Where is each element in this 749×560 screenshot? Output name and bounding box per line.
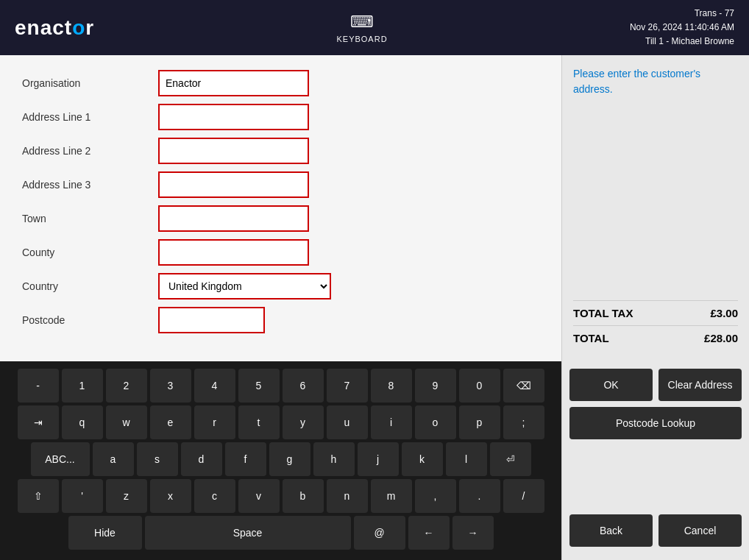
main-area: Organisation Address Line 1 Address Line… [0, 55, 749, 361]
key-3[interactable]: 3 [150, 369, 191, 403]
total-value: £28.00 [704, 332, 738, 344]
country-label: Country [22, 280, 158, 292]
key-1[interactable]: 1 [62, 369, 103, 403]
key-apostrophe[interactable]: ' [62, 479, 103, 513]
postcode-label: Postcode [22, 314, 158, 326]
key-7[interactable]: 7 [327, 369, 368, 403]
address2-input[interactable] [158, 138, 309, 164]
address1-input[interactable] [158, 104, 309, 130]
postcode-row: Postcode [22, 307, 539, 333]
key-t[interactable]: t [238, 405, 280, 439]
key-r[interactable]: r [194, 405, 235, 439]
key-d[interactable]: d [181, 442, 222, 476]
address3-input[interactable] [158, 171, 309, 198]
key-g[interactable]: g [269, 442, 310, 476]
key-0[interactable]: 0 [459, 369, 500, 403]
key-q[interactable]: q [62, 405, 103, 439]
key-row-1: - 1 2 3 4 5 6 7 8 9 0 ⌫ [6, 369, 555, 403]
keyboard-icon: ⌨ [350, 13, 374, 32]
county-row: County [22, 239, 539, 266]
organisation-input[interactable] [158, 70, 309, 96]
keyboard-label: KEYBOARD [336, 35, 387, 43]
address2-label: Address Line 2 [22, 145, 158, 157]
key-a[interactable]: a [93, 442, 134, 476]
address1-row: Address Line 1 [22, 104, 539, 130]
key-v[interactable]: v [238, 479, 280, 513]
key-comma[interactable]: , [415, 479, 456, 513]
key-s[interactable]: s [137, 442, 178, 476]
key-shift[interactable]: ⇧ [18, 479, 59, 513]
key-w[interactable]: w [106, 405, 147, 439]
key-8[interactable]: 8 [371, 369, 412, 403]
key-x[interactable]: x [150, 479, 191, 513]
right-panel: Please enter the customer's address. TOT… [561, 55, 749, 361]
key-space[interactable]: Space [145, 516, 351, 550]
key-4[interactable]: 4 [194, 369, 235, 403]
keyboard-panel: - 1 2 3 4 5 6 7 8 9 0 ⌫ ⇥ q w e r t y u … [0, 361, 561, 560]
key-o[interactable]: o [415, 405, 456, 439]
key-6[interactable]: 6 [283, 369, 324, 403]
key-k[interactable]: k [402, 442, 443, 476]
key-5[interactable]: 5 [238, 369, 280, 403]
key-u[interactable]: u [327, 405, 368, 439]
tax-label: TOTAL TAX [573, 307, 633, 319]
key-row-3: ABC... a s d f g h j k l ⏎ [6, 442, 555, 476]
key-left-arrow[interactable]: ← [408, 516, 450, 550]
back-button[interactable]: Back [569, 514, 653, 547]
key-period[interactable]: . [459, 479, 500, 513]
key-row-5: Hide Space @ ← → [6, 516, 555, 550]
cancel-button[interactable]: Cancel [659, 514, 742, 547]
key-f[interactable]: f [225, 442, 266, 476]
ok-button[interactable]: OK [569, 369, 653, 401]
key-tab[interactable]: ⇥ [18, 405, 59, 439]
header: enactor ⌨ KEYBOARD Trans - 77 Nov 26, 20… [0, 0, 749, 55]
key-9[interactable]: 9 [415, 369, 456, 403]
key-right-arrow[interactable]: → [452, 516, 494, 550]
key-2[interactable]: 2 [106, 369, 147, 403]
key-enter[interactable]: ⏎ [490, 442, 531, 476]
tax-value: £3.00 [710, 307, 738, 319]
action-panel: OK Clear Address Postcode Lookup Back Ca… [561, 361, 749, 560]
key-j[interactable]: j [358, 442, 399, 476]
tax-row: TOTAL TAX £3.00 [573, 300, 738, 325]
form-panel: Organisation Address Line 1 Address Line… [0, 55, 561, 361]
postcode-lookup-button[interactable]: Postcode Lookup [569, 407, 742, 439]
organisation-label: Organisation [22, 77, 158, 89]
country-select[interactable]: United Kingdom United States France Germ… [158, 273, 331, 300]
key-n[interactable]: n [327, 479, 368, 513]
logo: enactor [15, 16, 94, 40]
bottom-section: - 1 2 3 4 5 6 7 8 9 0 ⌫ ⇥ q w e r t y u … [0, 361, 749, 560]
key-at[interactable]: @ [354, 516, 405, 550]
clear-address-button[interactable]: Clear Address [659, 369, 742, 401]
key-y[interactable]: y [283, 405, 324, 439]
key-p[interactable]: p [459, 405, 500, 439]
key-abc[interactable]: ABC... [31, 442, 90, 476]
action-row-top: OK Clear Address [569, 369, 742, 401]
key-h[interactable]: h [313, 442, 355, 476]
key-backspace[interactable]: ⌫ [503, 369, 544, 403]
trans-info: Trans - 77 [630, 7, 734, 21]
key-i[interactable]: i [371, 405, 412, 439]
key-l[interactable]: l [446, 442, 487, 476]
key-dash[interactable]: - [18, 369, 59, 403]
town-input[interactable] [158, 205, 309, 232]
action-row-middle: Postcode Lookup [569, 407, 742, 439]
date-time: Nov 26, 2024 11:40:46 AM [630, 21, 734, 35]
county-label: County [22, 247, 158, 258]
key-b[interactable]: b [283, 479, 324, 513]
key-semicolon[interactable]: ; [503, 405, 544, 439]
session-info: Trans - 77 Nov 26, 2024 11:40:46 AM Till… [630, 7, 734, 49]
key-z[interactable]: z [106, 479, 147, 513]
till-info: Till 1 - Michael Browne [630, 35, 734, 49]
address1-label: Address Line 1 [22, 111, 158, 123]
key-e[interactable]: e [150, 405, 191, 439]
key-c[interactable]: c [194, 479, 235, 513]
key-hide[interactable]: Hide [68, 516, 142, 550]
county-input[interactable] [158, 239, 309, 266]
key-m[interactable]: m [371, 479, 412, 513]
key-row-2: ⇥ q w e r t y u i o p ; [6, 405, 555, 439]
total-row: TOTAL £28.00 [573, 325, 738, 350]
keyboard-toggle[interactable]: ⌨ KEYBOARD [336, 13, 387, 43]
key-slash[interactable]: / [503, 479, 544, 513]
postcode-input[interactable] [158, 307, 265, 333]
